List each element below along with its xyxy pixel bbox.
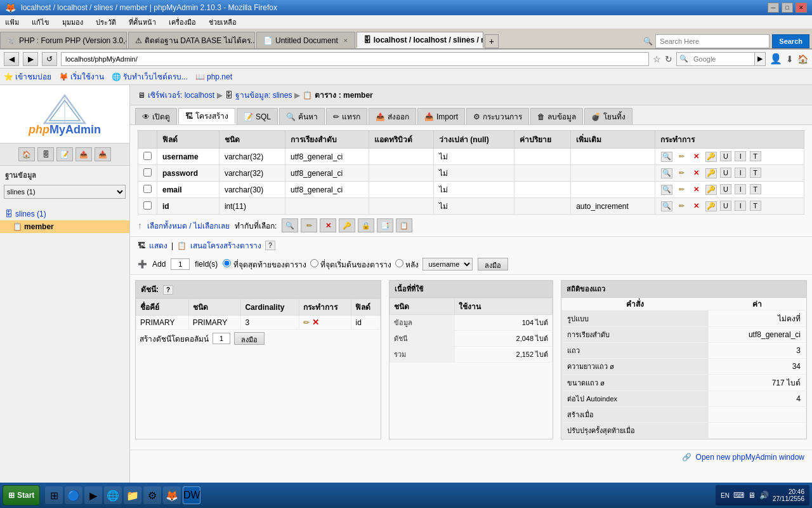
tab-browse[interactable]: 👁 เปิดดู xyxy=(135,108,177,124)
edit-index-icon[interactable]: ✏ xyxy=(303,318,310,327)
end-option-label[interactable]: ที่จุดสุดท้ายของตาราง xyxy=(223,258,306,271)
edit-row-icon-0[interactable]: ✏ xyxy=(676,152,687,162)
tab-operations[interactable]: ⚙ กระบวนการ xyxy=(466,108,529,124)
bookmark-3[interactable]: 📖 php.net xyxy=(195,72,232,81)
sidebar-export-button[interactable]: 📤 xyxy=(75,147,92,161)
delete-row-icon-3[interactable]: ✕ xyxy=(690,201,702,211)
create-index-input[interactable] xyxy=(213,333,230,344)
start-radio[interactable] xyxy=(310,259,318,267)
menu-bookmarks[interactable]: ที่คั้นหน้า xyxy=(126,15,159,29)
end-radio[interactable] xyxy=(223,259,231,267)
unique-row-icon-2[interactable]: U xyxy=(720,184,731,194)
index-row-icon-1[interactable]: I xyxy=(735,168,746,178)
primary-selected-button[interactable]: 🔑 xyxy=(339,218,355,232)
tab-3[interactable]: 🗄 localhost / localhost / slines / mem..… xyxy=(357,32,483,48)
bookmark-2[interactable]: 🌐 รับทำเว็บไซต์ตรบ... xyxy=(112,70,188,83)
sidebar-db-button[interactable]: 🗄 xyxy=(37,147,54,161)
unique-selected-button[interactable]: 🔒 xyxy=(358,218,374,232)
menu-help[interactable]: ช่วยเหลือ xyxy=(206,15,239,29)
index-row-icon-3[interactable]: I xyxy=(735,201,746,211)
tab-1[interactable]: ⚠ ติดต่อฐาน DATA BASE ไม่ได้คร... ✕ xyxy=(128,32,255,48)
tab-structure[interactable]: 🏗 โครงสร้าง xyxy=(178,108,235,124)
index-help-icon[interactable]: ? xyxy=(163,285,173,295)
tab-sql[interactable]: 📝 SQL xyxy=(237,108,278,124)
reload-small-icon[interactable]: ↻ xyxy=(665,54,672,64)
after-field-select[interactable]: username password email id xyxy=(422,258,473,271)
create-index-go-button[interactable]: ลงมือ xyxy=(234,332,265,345)
menu-file[interactable]: แฟ้ม xyxy=(3,15,22,29)
browse-selected-button[interactable]: 🔍 xyxy=(282,218,298,232)
bookmark-0[interactable]: ⭐ เข้าชมบ่อย xyxy=(4,70,51,83)
edit-selected-button[interactable]: ✏ xyxy=(301,218,317,232)
breadcrumb-server[interactable]: เซิร์ฟเวอร์: localhost xyxy=(148,89,214,101)
after-radio[interactable] xyxy=(395,259,403,267)
delete-row-icon-2[interactable]: ✕ xyxy=(690,185,702,195)
fulltext-selected-button[interactable]: 📋 xyxy=(396,218,412,232)
edit-row-icon-2[interactable]: ✏ xyxy=(676,185,687,195)
tab-2-close[interactable]: ✕ xyxy=(343,37,348,44)
menu-history[interactable]: ประวัติ xyxy=(93,15,119,29)
maximize-button[interactable]: □ xyxy=(782,3,793,13)
fulltext-row-icon-0[interactable]: T xyxy=(750,151,761,161)
browse-row-icon-1[interactable]: 🔍 xyxy=(661,168,672,178)
primary-row-icon-0[interactable]: 🔑 xyxy=(705,152,717,162)
fulltext-row-icon-1[interactable]: T xyxy=(750,168,761,178)
unique-row-icon-1[interactable]: U xyxy=(720,168,731,178)
propose-link[interactable]: เสนอโครงสร้างตาราง xyxy=(190,239,261,251)
edit-row-icon-1[interactable]: ✏ xyxy=(676,168,687,178)
row-checkbox-1[interactable] xyxy=(143,168,152,177)
sidebar-sql-button[interactable]: 📝 xyxy=(56,147,73,161)
close-button[interactable]: ✕ xyxy=(796,3,807,13)
edit-row-icon-3[interactable]: ✏ xyxy=(676,201,687,211)
index-row-icon-0[interactable]: I xyxy=(735,151,746,161)
sidebar-db-slines[interactable]: 🗄 slines (1) xyxy=(0,208,129,220)
search-button[interactable]: Search xyxy=(772,34,809,48)
tab-2[interactable]: 📄 Untitled Document ✕ xyxy=(256,32,355,48)
forward-button[interactable]: ▶ xyxy=(23,52,38,66)
browse-row-icon-0[interactable]: 🔍 xyxy=(661,152,672,162)
tab-drop[interactable]: 💣 โยนทิ้ง xyxy=(584,108,632,124)
primary-row-icon-2[interactable]: 🔑 xyxy=(705,185,717,195)
open-new-window-link[interactable]: Open new phpMyAdmin window xyxy=(696,453,804,462)
google-search-input[interactable] xyxy=(691,53,754,65)
tab-import[interactable]: 📥 Import xyxy=(417,108,465,124)
primary-row-icon-3[interactable]: 🔑 xyxy=(705,201,717,211)
search-input[interactable] xyxy=(655,34,769,48)
address-input[interactable] xyxy=(61,52,649,66)
row-checkbox-3[interactable] xyxy=(143,201,152,210)
select-all-link[interactable]: เลือกทั้งหมด / ไม่เลือกเลย xyxy=(147,220,230,232)
sidebar-table-member[interactable]: 📋 member xyxy=(0,220,129,233)
db-select[interactable]: slines (1) xyxy=(4,185,126,199)
unique-row-icon-3[interactable]: U xyxy=(720,201,731,211)
fulltext-row-icon-2[interactable]: T xyxy=(750,184,761,194)
minimize-button[interactable]: ─ xyxy=(768,3,779,13)
sidebar-home-button[interactable]: 🏠 xyxy=(18,147,35,161)
new-tab-button[interactable]: + xyxy=(485,34,499,48)
delete-row-icon-0[interactable]: ✕ xyxy=(690,152,702,162)
row-checkbox-2[interactable] xyxy=(143,185,152,193)
row-checkbox-0[interactable] xyxy=(143,152,152,160)
browse-row-icon-3[interactable]: 🔍 xyxy=(661,201,672,211)
after-option-label[interactable]: หลัง xyxy=(395,258,419,271)
tab-export[interactable]: 📤 ส่งออก xyxy=(369,108,416,124)
tab-empty[interactable]: 🗑 ลบข้อมูล xyxy=(530,108,583,124)
unique-row-icon-0[interactable]: U xyxy=(720,151,731,161)
add-fields-go-button[interactable]: ลงมือ xyxy=(478,258,508,271)
fulltext-row-icon-3[interactable]: T xyxy=(750,201,761,211)
primary-row-icon-1[interactable]: 🔑 xyxy=(705,168,717,178)
tab-search[interactable]: 🔍 ค้นหา xyxy=(279,108,325,124)
sidebar-import-button[interactable]: 📥 xyxy=(95,147,111,161)
browse-row-icon-2[interactable]: 🔍 xyxy=(661,185,672,195)
help-icon[interactable]: ? xyxy=(265,241,275,250)
delete-row-icon-1[interactable]: ✕ xyxy=(690,168,702,178)
add-fields-input[interactable] xyxy=(171,258,190,270)
bookmark-1[interactable]: 🦊 เริ่มใช้งาน xyxy=(59,70,104,83)
star-icon[interactable]: ☆ xyxy=(653,54,661,64)
reload-button[interactable]: ↺ xyxy=(42,52,57,66)
index-selected-button[interactable]: 📑 xyxy=(377,218,393,232)
menu-tools[interactable]: เครื่องมือ xyxy=(166,15,199,29)
delete-selected-button[interactable]: ✕ xyxy=(320,218,336,232)
delete-index-icon[interactable]: ✕ xyxy=(312,318,319,327)
menu-view[interactable]: มุมมอง xyxy=(60,15,86,29)
google-search-button[interactable]: ▶ xyxy=(754,53,765,65)
